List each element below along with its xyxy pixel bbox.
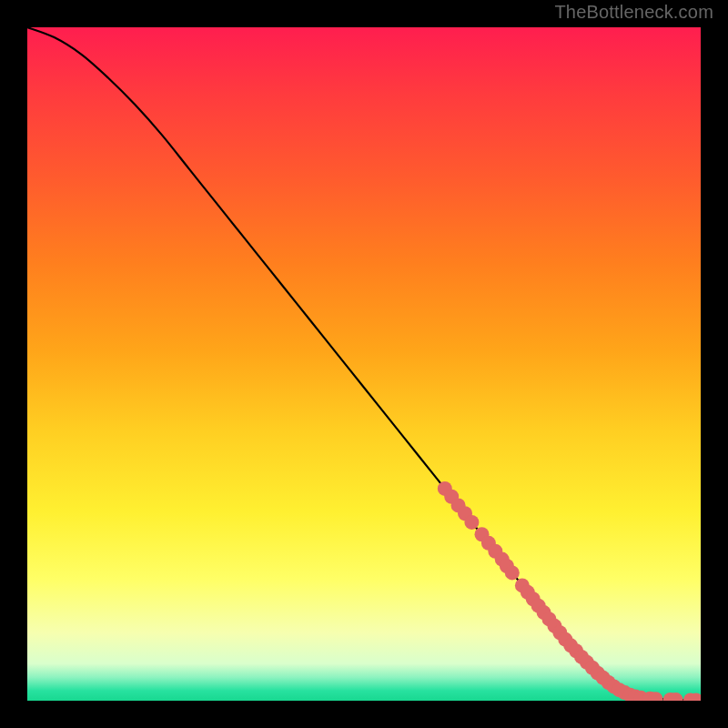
chart-stage: TheBottleneck.com bbox=[0, 0, 728, 728]
data-marker bbox=[505, 565, 520, 580]
data-marker bbox=[464, 515, 479, 530]
chart-svg bbox=[27, 27, 701, 701]
watermark-label: TheBottleneck.com bbox=[554, 2, 713, 23]
plot-area bbox=[27, 27, 701, 701]
gradient-background bbox=[27, 27, 701, 701]
